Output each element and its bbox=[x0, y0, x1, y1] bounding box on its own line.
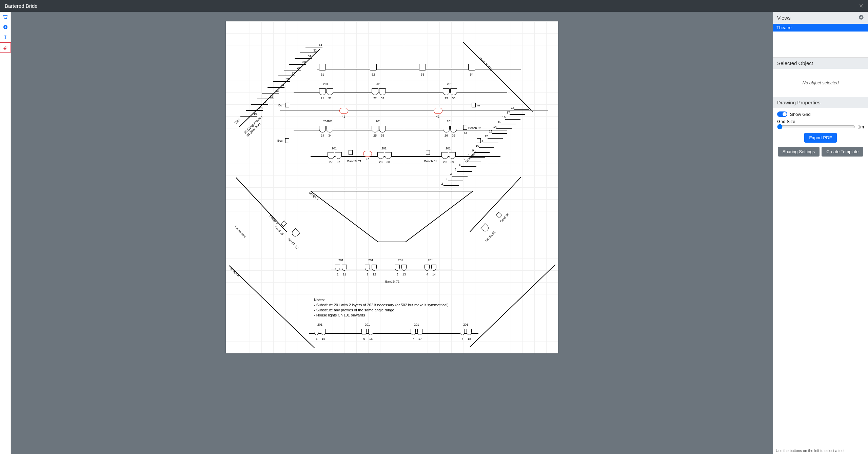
side-r-15: 15 bbox=[496, 120, 503, 124]
note-1: - Substitute 201 with 2 layers of 202 if… bbox=[314, 303, 449, 308]
gel-201: 201 bbox=[365, 323, 370, 326]
gel-201: 201 bbox=[317, 323, 322, 326]
title: Bartered Bride bbox=[5, 3, 38, 9]
sidebar-step bbox=[300, 53, 317, 53]
text-tool[interactable] bbox=[0, 32, 11, 42]
sidebar-step-r bbox=[510, 114, 525, 115]
gel-201: 201 bbox=[398, 259, 403, 262]
label-bandst72: BandSt 72 bbox=[385, 280, 399, 283]
ch-12: 12 bbox=[371, 273, 378, 276]
close-icon[interactable]: ✕ bbox=[859, 3, 863, 9]
b3-8 bbox=[460, 329, 465, 335]
tormentor-right bbox=[470, 177, 521, 232]
boom-left bbox=[285, 103, 289, 107]
tool-rail bbox=[0, 12, 11, 454]
canvas-area[interactable]: 33323130282726242322212019 Wall 36 (Wrap… bbox=[11, 12, 773, 454]
gel-201: 201 bbox=[414, 323, 419, 326]
b2-3 bbox=[395, 265, 400, 271]
ch-37: 37 bbox=[335, 160, 342, 164]
ch-32: 32 bbox=[379, 97, 386, 100]
b3-7 bbox=[411, 329, 416, 335]
grid-size-label: Grid Size bbox=[777, 119, 864, 124]
selected-header: Selected Object bbox=[773, 58, 868, 69]
ch-6: 6 bbox=[361, 337, 368, 340]
label-cond95: Cond 95 bbox=[274, 225, 284, 236]
par-54 bbox=[468, 64, 475, 70]
view-item-theatre[interactable]: Theatre bbox=[773, 24, 868, 32]
sidebar-step-r bbox=[492, 133, 507, 134]
ch-17: 17 bbox=[417, 337, 423, 340]
label-bridge3: Bridge 3 bbox=[230, 267, 240, 277]
note-2: - Substitute any profiles of the same an… bbox=[314, 308, 449, 313]
label-wall: Wall bbox=[234, 118, 240, 124]
scroller-43 bbox=[363, 151, 372, 157]
sidebar-step-r bbox=[461, 166, 476, 167]
side-r-12: 12 bbox=[483, 135, 490, 138]
drawing-page[interactable]: 33323130282726242322212019 Wall 36 (Wrap… bbox=[226, 21, 558, 353]
ch-25: 25 bbox=[372, 134, 378, 137]
ch-4: 4 bbox=[424, 273, 431, 276]
gel-201: 201 bbox=[376, 120, 381, 123]
show-grid-toggle[interactable] bbox=[777, 111, 787, 117]
b3-18 bbox=[467, 329, 472, 335]
ch-8: 8 bbox=[459, 337, 466, 340]
sidebar-step bbox=[305, 47, 322, 47]
ch-2: 2 bbox=[364, 273, 371, 276]
tabsl-fx bbox=[480, 223, 490, 233]
create-template-button[interactable]: Create Template bbox=[822, 147, 863, 157]
boc-left bbox=[285, 138, 289, 143]
ch-24: 24 bbox=[319, 134, 326, 137]
polygon-tool[interactable] bbox=[0, 12, 11, 22]
grid-size-slider[interactable] bbox=[777, 124, 855, 129]
ch-16: 16 bbox=[368, 337, 374, 340]
titlebar: Bartered Bride ✕ bbox=[0, 0, 868, 12]
bandst-fx bbox=[349, 150, 353, 155]
gel-201: 201 bbox=[447, 120, 452, 123]
scroller-41 bbox=[339, 108, 348, 114]
b2-13 bbox=[401, 265, 407, 271]
props-header-label: Drawing Properties bbox=[777, 100, 821, 105]
sidebar-step bbox=[246, 110, 263, 111]
gel-201: 201 bbox=[463, 323, 468, 326]
side-r-17: 17 bbox=[505, 111, 512, 114]
par-53 bbox=[419, 64, 426, 70]
export-pdf-button[interactable]: Export PDF bbox=[804, 133, 836, 143]
gel-201: 201 bbox=[328, 120, 333, 123]
add-view-icon[interactable] bbox=[859, 15, 864, 21]
side-r-3: 3 bbox=[443, 177, 450, 181]
erase-tool[interactable] bbox=[0, 42, 11, 53]
sidebar-step bbox=[257, 99, 274, 99]
profile-28 bbox=[377, 152, 384, 159]
par-51 bbox=[319, 64, 326, 70]
profile-36 bbox=[450, 126, 457, 132]
profile-35 bbox=[379, 126, 386, 132]
ch-53: 53 bbox=[419, 73, 426, 76]
views-header: Views bbox=[773, 12, 868, 24]
sharing-settings-button[interactable]: Sharing Settings bbox=[778, 147, 820, 157]
notes-title: Notes: bbox=[314, 297, 449, 303]
ch-23: 23 bbox=[443, 97, 450, 100]
sidebar-step-r bbox=[479, 147, 494, 148]
add-tool[interactable] bbox=[0, 22, 11, 32]
profile-22 bbox=[372, 88, 378, 95]
ch-13: 13 bbox=[401, 273, 408, 276]
profile-32 bbox=[379, 88, 386, 95]
lx-bar-2b bbox=[280, 110, 548, 111]
bridge1-bottom bbox=[378, 242, 406, 242]
ch-27: 27 bbox=[328, 160, 334, 164]
profile-21 bbox=[319, 88, 326, 95]
ch-42: 42 bbox=[434, 115, 441, 118]
profile-37 bbox=[335, 152, 342, 159]
b2-4 bbox=[425, 265, 430, 271]
show-grid-label: Show Grid bbox=[790, 112, 811, 117]
label-tabsr: Tab SR 92 bbox=[287, 237, 299, 250]
label-bridge2-l: Bridge 2 bbox=[269, 214, 279, 225]
par-52 bbox=[370, 64, 377, 70]
sidebar-step-r bbox=[483, 143, 498, 143]
sidebar-step-r bbox=[501, 124, 516, 124]
side-r-14: 14 bbox=[492, 125, 498, 128]
sidebar-step bbox=[268, 87, 284, 88]
gel-201: 201 bbox=[381, 147, 387, 150]
sidebar-step-r bbox=[452, 176, 468, 177]
scroller-42 bbox=[434, 108, 442, 114]
